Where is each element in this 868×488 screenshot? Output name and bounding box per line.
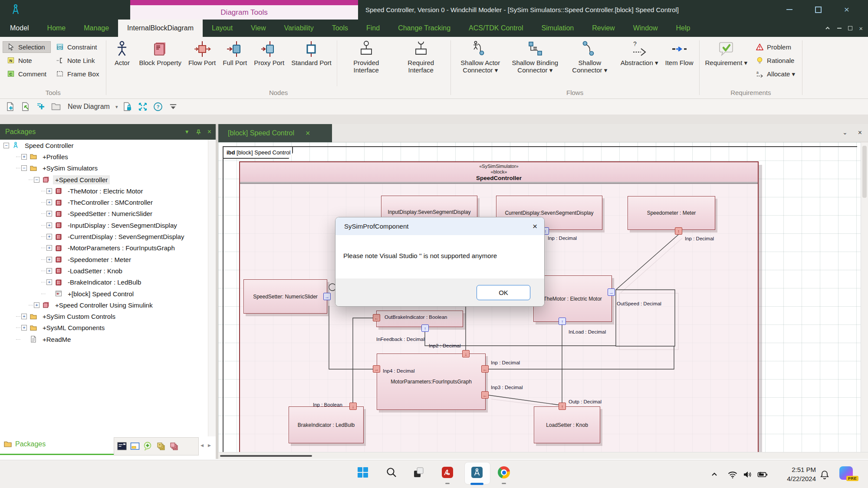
port-11[interactable]: ↓ <box>349 403 357 410</box>
chrome-icon[interactable] <box>498 466 510 478</box>
tab-scroll-left-icon[interactable]: ◂ <box>201 442 204 449</box>
notifications-bell-icon[interactable] <box>819 460 830 488</box>
expand-icon[interactable]: + <box>21 314 27 319</box>
window-view-icon[interactable] <box>130 441 140 452</box>
port-5[interactable]: ← <box>373 314 380 321</box>
standard-port-button[interactable]: Standard Port <box>288 38 335 66</box>
block-motorparameters-fourinputsgraph[interactable]: MotorParameters:FourInputsGraph <box>377 354 486 410</box>
port-7[interactable]: ↓ <box>462 350 470 357</box>
block-property-button[interactable]: Block Property <box>136 38 184 66</box>
properties-view-icon[interactable] <box>117 441 127 452</box>
port-6[interactable]: ↑ <box>421 324 429 332</box>
tree-item-speed-controller[interactable]: −Speed Controller <box>0 140 208 151</box>
problem-button[interactable]: Problem <box>751 41 799 53</box>
expand-icon[interactable]: + <box>46 200 52 205</box>
minimize-button[interactable] <box>779 3 799 16</box>
expand-icon[interactable]: + <box>46 257 52 262</box>
vertical-scrollbar[interactable] <box>861 142 868 452</box>
add-element-icon[interactable] <box>36 102 46 112</box>
modeler-app-icon[interactable] <box>471 466 483 478</box>
add-comment-icon[interactable] <box>143 441 153 452</box>
required-interface-button[interactable]: Required Interface <box>394 38 448 74</box>
provided-interface-button[interactable]: Provided Interface <box>339 38 393 74</box>
abstraction-button[interactable]: ?Abstraction ▾ <box>618 38 661 66</box>
new-diagram-dropdown-icon[interactable]: ▾ <box>115 104 118 110</box>
tree-item-inputdisplay-sevensegmentdisplay[interactable]: +-InputDisplay : SevenSegmentDisplay <box>0 219 208 231</box>
toolbar-options-icon[interactable] <box>168 102 178 112</box>
port-10[interactable]: ← <box>481 391 489 399</box>
tree-item-motorparameters-fourinputsgraph[interactable]: +-MotorParameters : FourInputsGraph <box>0 242 208 254</box>
menu-window[interactable]: Window <box>624 20 667 37</box>
tree-item-thecontroller-smcontroller[interactable]: +-TheController : SMController <box>0 197 208 208</box>
tree-item-currentdisplay-sevensegmentdisplay[interactable]: +-CurrentDisplay : SevenSegmentDisplay <box>0 231 208 242</box>
panel-pin-icon[interactable] <box>196 129 201 135</box>
shallow-actor-connector-button[interactable]: Shallow Actor Connector ▾ <box>454 38 507 74</box>
parts-stack-icon[interactable] <box>169 441 179 452</box>
wifi-icon[interactable] <box>727 460 738 488</box>
battery-icon[interactable] <box>757 460 768 488</box>
allocate-button[interactable]: aAllocate ▾ <box>751 68 799 80</box>
task-view-icon[interactable] <box>412 466 424 478</box>
item-flow-button[interactable]: Item Flow <box>662 38 696 66</box>
tree-item-readme[interactable]: +ReadMe <box>0 334 208 345</box>
menu-change-tracking[interactable]: Change Tracking <box>389 20 460 37</box>
menu-view[interactable]: View <box>242 20 275 37</box>
horizontal-scrollbar[interactable] <box>218 452 868 459</box>
menu-simulation[interactable]: Simulation <box>532 20 583 37</box>
menu-find[interactable]: Find <box>357 20 389 37</box>
start-button-icon[interactable] <box>357 466 369 478</box>
requirement-button[interactable]: Requirement ▾ <box>702 38 751 66</box>
new-item-icon[interactable] <box>5 102 16 112</box>
expand-icon[interactable]: + <box>46 188 52 194</box>
tree-item-speedometer-meter[interactable]: +-Speedometer : Meter <box>0 254 208 265</box>
menu-acs-tdk-control[interactable]: ACS/TDK Control <box>460 20 532 37</box>
collapse-icon[interactable]: − <box>3 143 9 148</box>
panel-menu-icon[interactable]: ▼ <box>184 129 190 135</box>
block-loadsetter-knob[interactable]: LoadSetter : Knob <box>534 406 600 443</box>
port-12[interactable]: ↑ <box>559 403 566 410</box>
port-3[interactable]: → <box>608 288 615 296</box>
menu-model[interactable]: Model <box>1 20 38 37</box>
close-button[interactable]: × <box>837 3 857 16</box>
search-icon[interactable] <box>385 466 398 478</box>
shallow-binding-connector-button[interactable]: Shallow Binding Connector ▾ <box>508 38 562 74</box>
tab-list-icon[interactable]: ⌄ <box>842 129 848 137</box>
tree-item-sysim-custom-controls[interactable]: ++SySim Custom Controls <box>0 311 208 322</box>
expand-icon[interactable]: + <box>21 325 27 331</box>
flow-port-button[interactable]: Flow Port <box>185 38 219 66</box>
new-diagram-button[interactable]: New Diagram <box>68 103 110 111</box>
diagram-tab-close-icon[interactable]: × <box>306 129 310 138</box>
tree-item-speed-controller[interactable]: −+Speed Controller <box>0 174 208 185</box>
proxy-port-button[interactable]: Proxy Port <box>251 38 287 66</box>
open-folder-icon[interactable] <box>51 102 61 112</box>
tab-bar-close-icon[interactable]: × <box>858 129 862 137</box>
mdi-minimize-icon[interactable] <box>837 28 842 29</box>
menu-help[interactable]: Help <box>667 20 700 37</box>
expand-icon[interactable]: + <box>46 234 52 239</box>
rationale-button[interactable]: Rationale <box>751 55 799 66</box>
port-4[interactable]: ↑ <box>559 318 566 325</box>
tray-expand-icon[interactable] <box>709 460 720 488</box>
tree-item-sysim-simulators[interactable]: −+SySim Simulators <box>0 163 208 174</box>
tree-item-speed-controller-using-simulink[interactable]: ++Speed Controller Using Simulink <box>0 299 208 311</box>
port-1[interactable]: ↑ <box>675 227 682 235</box>
shallow-connector-button[interactable]: Shallow Connector ▾ <box>563 38 617 74</box>
ok-button[interactable]: OK <box>477 285 530 300</box>
expand-icon[interactable]: + <box>34 302 39 308</box>
menu-layout[interactable]: Layout <box>203 20 242 37</box>
tree-item-brakeindicator-ledbulb[interactable]: +-BrakeIndicator : LedBulb <box>0 277 208 288</box>
menu-home[interactable]: Home <box>38 20 75 37</box>
tree-item-profiles[interactable]: ++Profiles <box>0 151 208 162</box>
tree-item-sysml-components[interactable]: ++SysML Components <box>0 322 208 334</box>
menu-review[interactable]: Review <box>583 20 624 37</box>
mdi-restore-icon[interactable] <box>848 26 852 30</box>
panel-close-icon[interactable]: × <box>207 128 211 136</box>
menu-internalblockdiagram[interactable]: InternalBlockDiagram <box>118 20 203 37</box>
comment-button[interactable]: CComment <box>3 68 51 80</box>
port-8[interactable]: → <box>373 365 380 373</box>
collapse-icon[interactable]: − <box>21 165 27 171</box>
volume-icon[interactable] <box>742 460 753 488</box>
expand-icon[interactable]: + <box>46 268 52 274</box>
tab-scroll-right-icon[interactable]: ▸ <box>208 442 211 449</box>
packages-tab[interactable]: Packages <box>3 440 46 449</box>
